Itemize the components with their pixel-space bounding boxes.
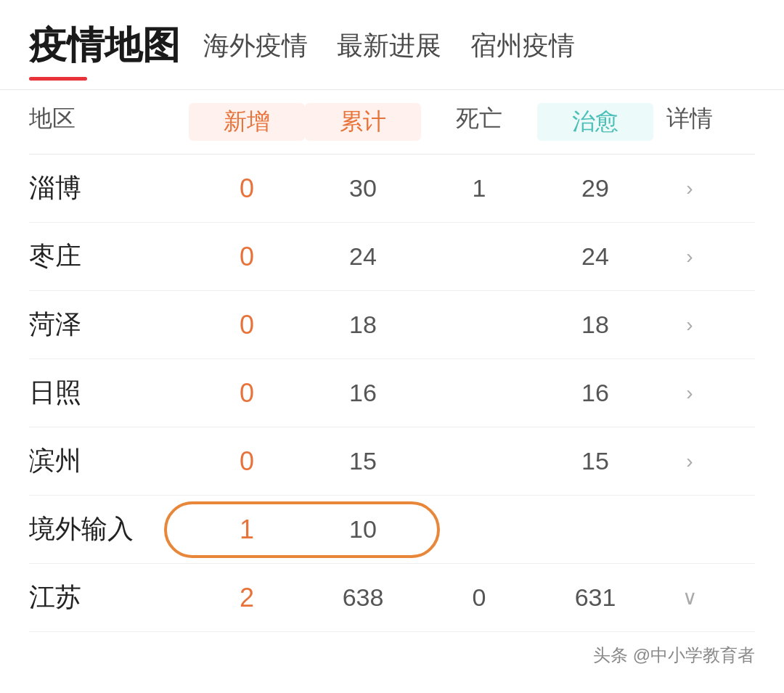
cell-recovered: 18 — [537, 311, 653, 339]
nav-item-overseas[interactable]: 海外疫情 — [203, 28, 308, 64]
cell-region: 淄博 — [29, 171, 189, 206]
cell-region: 境外输入 — [29, 512, 189, 547]
cell-new-cases: 0 — [189, 310, 305, 340]
cell-deaths: 0 — [421, 583, 537, 612]
cell-recovered: 16 — [537, 379, 653, 407]
cell-new-cases: 2 — [189, 583, 305, 613]
top-nav: 海外疫情 最新进展 宿州疫情 — [203, 28, 575, 64]
watermark: 头条 @中小学教育者 — [0, 632, 784, 681]
cell-new-cases: 0 — [189, 378, 305, 409]
cell-details-expand[interactable]: ∨ — [653, 586, 726, 610]
cell-recovered: 631 — [537, 583, 653, 612]
cell-region: 日照 — [29, 375, 189, 411]
cell-new-cases: 1 — [189, 514, 305, 545]
cell-new-cases: 0 — [189, 446, 305, 477]
col-header-recovered: 治愈 — [537, 103, 653, 141]
cell-cumulative: 16 — [305, 379, 421, 407]
data-table: 地区 新增 累计 死亡 治愈 详情 淄博 0 30 1 29 › 枣庄 0 24… — [0, 90, 784, 632]
cell-recovered: 24 — [537, 242, 653, 271]
cell-details[interactable]: › — [653, 177, 726, 200]
active-tab-indicator — [29, 77, 87, 81]
cell-new-cases: 0 — [189, 242, 305, 272]
cell-cumulative: 15 — [305, 447, 421, 475]
table-row[interactable]: 枣庄 0 24 24 › — [29, 223, 755, 291]
table-row[interactable]: 日照 0 16 16 › — [29, 359, 755, 427]
nav-item-latest[interactable]: 最新进展 — [337, 28, 441, 64]
page-title: 疫情地图 — [29, 20, 180, 71]
table-row[interactable]: 滨州 0 15 15 › — [29, 427, 755, 496]
cell-details[interactable]: › — [653, 382, 726, 405]
cell-recovered: 15 — [537, 447, 653, 475]
cell-region: 滨州 — [29, 443, 189, 479]
table-row[interactable]: 菏泽 0 18 18 › — [29, 291, 755, 359]
cell-cumulative: 30 — [305, 174, 421, 202]
cell-details[interactable]: › — [653, 450, 726, 473]
table-header-row: 地区 新增 累计 死亡 治愈 详情 — [29, 90, 755, 155]
table-row[interactable]: 淄博 0 30 1 29 › — [29, 155, 755, 223]
cell-cumulative: 10 — [305, 515, 421, 544]
table-row[interactable]: 江苏 2 638 0 631 ∨ — [29, 564, 755, 632]
col-header-region: 地区 — [29, 103, 189, 141]
cell-details[interactable]: › — [653, 313, 726, 337]
table-row-highlighted[interactable]: 境外输入 1 10 — [29, 496, 755, 564]
cell-region: 菏泽 — [29, 307, 189, 343]
col-header-deaths: 死亡 — [421, 103, 537, 141]
cell-cumulative: 18 — [305, 311, 421, 339]
cell-deaths: 1 — [421, 174, 537, 202]
cell-recovered: 29 — [537, 174, 653, 202]
col-header-cumulative: 累计 — [305, 103, 421, 141]
cell-cumulative: 638 — [305, 583, 421, 612]
cell-region: 江苏 — [29, 580, 189, 615]
col-header-details: 详情 — [653, 103, 726, 141]
page-header: 疫情地图 海外疫情 最新进展 宿州疫情 — [0, 0, 784, 71]
col-header-new-cases: 新增 — [189, 103, 305, 141]
cell-region: 枣庄 — [29, 239, 189, 274]
cell-new-cases: 0 — [189, 173, 305, 204]
tab-underline-wrapper — [0, 77, 784, 81]
nav-item-suzhou[interactable]: 宿州疫情 — [470, 28, 575, 64]
cell-cumulative: 24 — [305, 242, 421, 271]
cell-details[interactable]: › — [653, 245, 726, 268]
